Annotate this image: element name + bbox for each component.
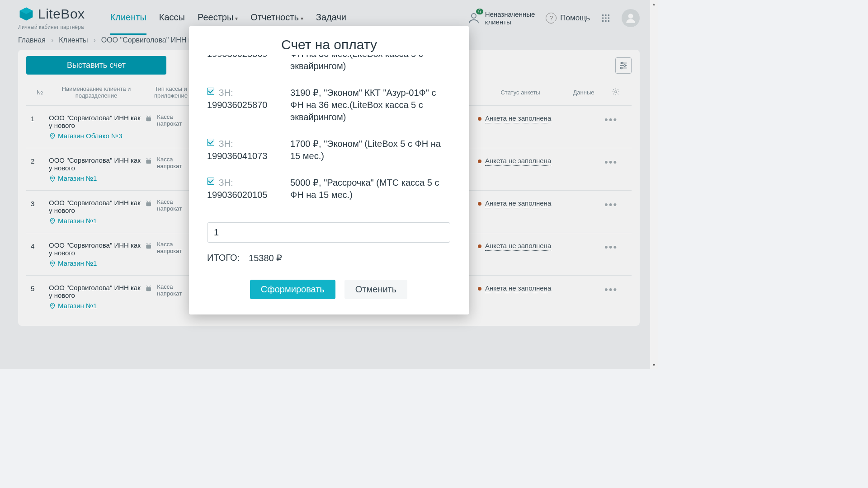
scroll-down-icon[interactable]: ▾ [650,361,658,369]
submit-button[interactable]: Сформировать [250,280,335,299]
col-client: Наименование клиента и подразделение [49,85,144,99]
svg-point-10 [605,20,607,22]
svg-point-18 [621,67,623,69]
status-dot-icon [478,160,481,163]
svg-point-23 [149,116,150,117]
avatar[interactable] [622,9,640,27]
android-icon [144,156,153,166]
row-location[interactable]: Магазин №1 [49,259,144,267]
row-client: ООО "Сорвиголова" ИНН как у нового Магаз… [49,156,144,182]
svg-point-32 [52,262,53,263]
pin-icon [49,175,56,182]
svg-point-20 [52,135,53,136]
android-icon [144,199,153,209]
invoice-zn: ЗН:199036020105 [207,177,279,201]
modal-scroll-area[interactable]: 199036025869 ФН на 36 мес.(LiteBox касса… [207,55,454,299]
svg-point-7 [605,17,607,19]
svg-point-30 [147,201,148,202]
row-client: ООО "Сорвиголова" ИНН как у нового Магаз… [49,284,144,310]
svg-rect-25 [146,160,151,164]
row-menu-button[interactable]: ••• [604,156,627,168]
row-client: ООО "Сорвиголова" ИНН как у нового Магаз… [49,199,144,225]
apps-grid-icon[interactable] [601,13,611,23]
invoice-item: ЗН:199036025870 3190 ₽, "Эконом" ККТ "Аз… [207,80,450,131]
unassigned-badge: 6 [476,9,483,14]
nav-clients[interactable]: Клиенты [110,1,146,35]
logo-text: LiteBox [38,6,85,22]
svg-rect-33 [146,244,151,249]
row-status[interactable]: Анкета не заполнена [478,284,568,293]
gear-icon[interactable] [604,88,627,97]
total-label: ИТОГО: [207,253,240,263]
issue-invoice-button[interactable]: Выставить счет [26,56,166,75]
invoice-zn: ЗН:199036041073 [207,138,279,162]
pin-icon [49,260,56,267]
svg-point-5 [608,14,610,16]
row-status[interactable]: Анкета не заполнена [478,241,568,251]
logo[interactable]: LiteBox Личный кабинет партнёра [18,6,85,30]
svg-point-27 [149,159,150,160]
row-menu-button[interactable]: ••• [604,199,627,211]
chevron-right-icon: › [93,36,95,44]
svg-point-6 [602,17,604,19]
col-num: № [31,89,49,96]
svg-point-9 [602,20,604,22]
row-location[interactable]: Магазин №1 [49,174,144,182]
chevron-down-icon: ▾ [301,15,303,22]
filters-button[interactable] [615,57,632,74]
svg-rect-21 [146,117,151,121]
status-dot-icon [478,117,481,121]
logo-icon [18,6,34,22]
svg-point-24 [52,177,53,178]
quantity-input[interactable] [207,222,450,243]
scroll-up-icon[interactable]: ▴ [650,0,658,8]
row-menu-button[interactable]: ••• [604,241,627,253]
checkbox-icon[interactable] [207,178,214,185]
row-status[interactable]: Анкета не заполнена [478,114,568,123]
os-scrollbar[interactable]: ▴ ▾ [650,0,658,369]
unassigned-clients-button[interactable]: 6 Неназначенные клиенты [467,10,535,26]
person-icon: 6 [467,11,481,25]
breadcrumb-clients[interactable]: Клиенты [59,36,88,44]
row-location[interactable]: Магазин №1 [49,217,144,225]
svg-rect-37 [146,287,151,291]
svg-point-8 [608,17,610,19]
svg-point-12 [628,14,633,19]
svg-point-22 [147,116,148,117]
svg-point-26 [147,159,148,160]
help-button[interactable]: ? Помощь [546,13,590,23]
row-client: ООО "Сорвиголова" ИНН как у нового Магаз… [49,114,144,140]
svg-point-38 [147,286,148,287]
row-num: 1 [31,114,49,122]
modal-title: Счет на оплату [189,37,469,52]
svg-point-2 [472,14,476,18]
row-menu-button[interactable]: ••• [604,114,627,126]
row-status[interactable]: Анкета не заполнена [478,199,568,208]
invoice-desc: ФН на 36 мес.(LiteBox касса 5 с эквайрин… [290,55,450,72]
android-icon [144,241,153,251]
svg-point-34 [147,244,148,244]
chevron-right-icon: › [51,36,53,44]
android-icon [144,284,153,294]
unassigned-label: Неназначенные клиенты [485,10,535,26]
svg-point-39 [149,286,150,287]
status-dot-icon [478,244,481,248]
status-dot-icon [478,287,481,291]
chevron-down-icon: ▾ [235,15,238,22]
checkbox-icon[interactable] [207,139,214,146]
breadcrumb-home[interactable]: Главная [18,36,46,44]
row-location[interactable]: Магазин №1 [49,302,144,310]
cancel-button[interactable]: Отменить [344,280,407,299]
svg-point-36 [52,305,53,306]
svg-point-16 [624,65,626,66]
nav-kassy[interactable]: Кассы [159,1,185,35]
invoice-item: ЗН:199036020105 5000 ₽, "Рассрочка" (МТС… [207,169,450,208]
row-num: 4 [31,241,49,250]
col-status: Статус анкеты [475,89,566,96]
row-menu-button[interactable]: ••• [604,284,627,296]
row-location[interactable]: Магазин Облако №3 [49,132,144,140]
row-status[interactable]: Анкета не заполнена [478,156,568,166]
status-dot-icon [478,202,481,206]
checkbox-icon[interactable] [207,88,214,95]
invoice-desc: 3190 ₽, "Эконом" ККТ "Азур-01Ф" с ФН на … [290,87,450,123]
